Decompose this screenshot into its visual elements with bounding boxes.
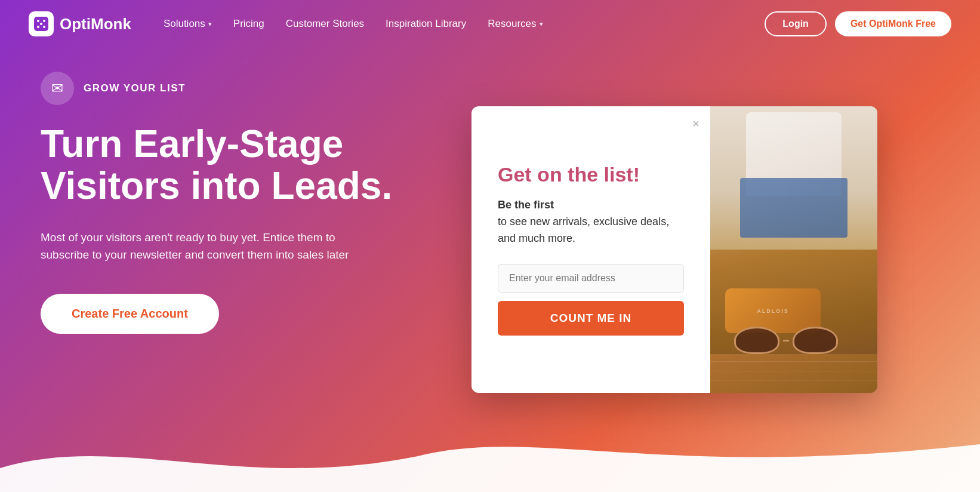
logo-icon xyxy=(29,11,54,36)
solutions-chevron-icon: ▾ xyxy=(208,20,212,28)
svg-point-2 xyxy=(43,20,45,22)
hero-subtext: Most of your visitors aren't ready to bu… xyxy=(41,229,375,264)
resources-chevron-icon: ▾ xyxy=(540,20,543,28)
email-icon: ✉ xyxy=(41,72,74,105)
logo[interactable]: OptiMonk xyxy=(29,11,131,36)
svg-point-4 xyxy=(43,26,45,28)
popup-body-bold: Be the first xyxy=(498,199,554,211)
popup-right-panel: ALDLOIS xyxy=(710,106,877,393)
popup-title: Get on the list! xyxy=(498,164,684,186)
badge-text: GROW YOUR LIST xyxy=(84,82,186,94)
nav-pricing[interactable]: Pricing xyxy=(223,12,275,36)
email-input[interactable] xyxy=(498,264,684,293)
popup-left-panel: × Get on the list! Be the first to see n… xyxy=(471,106,710,393)
popup-body-normal: to see new arrivals, exclusive deals, an… xyxy=(498,216,669,244)
popup-close-button[interactable]: × xyxy=(692,117,699,131)
nav-inspiration-library[interactable]: Inspiration Library xyxy=(375,12,477,36)
get-optimonk-free-button[interactable]: Get OptiMonk Free xyxy=(835,11,951,36)
create-free-account-button[interactable]: Create Free Account xyxy=(41,294,219,334)
bottom-wave xyxy=(0,420,980,492)
hero-section: OptiMonk Solutions ▾ Pricing Customer St… xyxy=(0,0,980,492)
login-button[interactable]: Login xyxy=(765,11,827,36)
nav-solutions[interactable]: Solutions ▾ xyxy=(153,12,223,36)
nav-resources[interactable]: Resources ▾ xyxy=(477,12,553,36)
popup-modal: × Get on the list! Be the first to see n… xyxy=(471,106,877,393)
hero-badge: ✉ GROW YOUR LIST xyxy=(41,72,423,105)
svg-point-5 xyxy=(40,23,42,25)
nav-customer-stories[interactable]: Customer Stories xyxy=(275,12,375,36)
svg-point-3 xyxy=(37,26,39,28)
nav-links: Solutions ▾ Pricing Customer Stories Ins… xyxy=(153,12,765,36)
popup-body: Be the first to see new arrivals, exclus… xyxy=(498,197,684,247)
navbar: OptiMonk Solutions ▾ Pricing Customer St… xyxy=(0,0,980,48)
svg-point-1 xyxy=(37,20,39,22)
logo-text: OptiMonk xyxy=(60,15,131,33)
nav-actions: Login Get OptiMonk Free xyxy=(765,11,951,36)
hero-content: ✉ GROW YOUR LIST Turn Early-Stage Visito… xyxy=(41,72,423,334)
count-me-in-button[interactable]: COUNT ME IN xyxy=(498,301,684,336)
hero-headline: Turn Early-Stage Visitors into Leads. xyxy=(41,123,423,207)
